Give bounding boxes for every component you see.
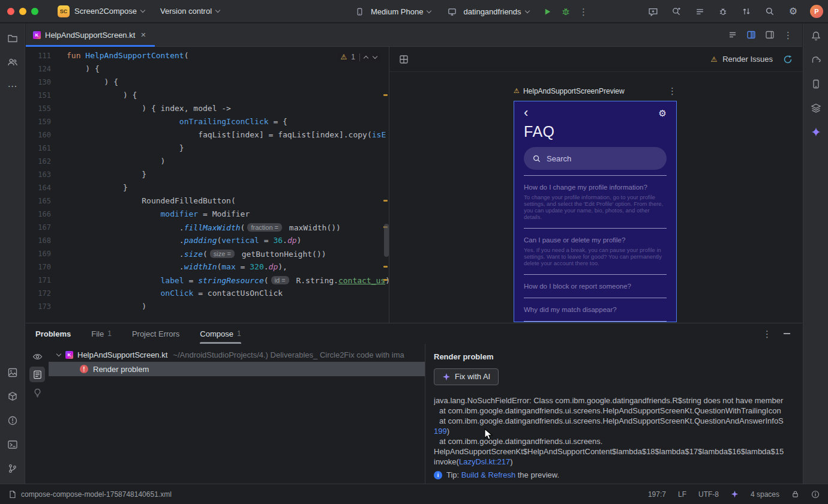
code-line[interactable]: 111fun HelpAndSupportContent(	[26, 49, 389, 62]
inspection-widget[interactable]: ⚠ 1	[337, 52, 380, 62]
more-run-options-button[interactable]: ⋮	[577, 5, 590, 18]
line-number[interactable]: 151	[26, 89, 51, 102]
panel-options-icon[interactable]: ⋮	[763, 329, 772, 338]
more-tool-windows-icon[interactable]: ⋯	[5, 79, 20, 94]
fix-with-ai-button[interactable]: Fix with AI	[434, 368, 499, 385]
tab-project-errors[interactable]: Project Errors	[132, 323, 179, 344]
debug-button[interactable]	[559, 5, 572, 18]
build-icon[interactable]	[5, 389, 20, 404]
warning-stripe-mark[interactable]	[383, 200, 388, 202]
line-number[interactable]: 130	[26, 76, 51, 89]
editor-scrollbar[interactable]	[384, 224, 389, 257]
editor-tab[interactable]: K HelpAndSupportScreen.kt ✕	[26, 23, 155, 47]
close-window-button[interactable]	[7, 8, 14, 15]
warning-stripe-mark[interactable]	[383, 94, 388, 96]
phone-preview[interactable]: ‹ ⚙ FAQ Search How do I change my profil…	[514, 101, 677, 322]
ai-debug-icon[interactable]	[716, 5, 730, 18]
info-status-icon[interactable]	[811, 490, 820, 499]
tab-file[interactable]: File 1	[91, 323, 112, 344]
code-line[interactable]: 171 label = stringResource(id = R.string…	[26, 274, 389, 287]
ai-search-icon[interactable]	[670, 5, 683, 18]
next-warning-icon[interactable]	[373, 54, 377, 59]
build-refresh-icon[interactable]	[783, 55, 793, 64]
vcs-update-icon[interactable]	[740, 5, 753, 18]
ai-chat-icon[interactable]	[646, 5, 659, 18]
tree-file-row[interactable]: K HelpAndSupportScreen.kt ~/AndroidStudi…	[49, 347, 425, 362]
line-number[interactable]: 170	[26, 260, 51, 274]
code-line[interactable]: 167 .fillMaxWidth(fraction = maxWidth())	[26, 221, 389, 234]
running-devices-icon[interactable]	[811, 79, 821, 89]
line-number[interactable]: 168	[26, 234, 51, 247]
code-line[interactable]: 124 ) {	[26, 62, 389, 76]
lock-icon[interactable]	[791, 490, 799, 498]
minimize-window-button[interactable]	[19, 8, 26, 15]
problems-panel-title[interactable]: Problems	[35, 329, 71, 338]
todo-list-icon[interactable]	[693, 5, 706, 18]
terminal-icon[interactable]	[5, 437, 20, 452]
more-icon[interactable]: ⋮	[784, 31, 793, 40]
line-number[interactable]: 166	[26, 208, 51, 221]
line-number[interactable]: 160	[26, 128, 51, 142]
stack-link[interactable]: 199	[434, 427, 447, 436]
previous-warning-icon[interactable]	[364, 56, 368, 61]
code-line[interactable]: 165 RoundedFilledButton(	[26, 194, 389, 208]
line-number[interactable]: 165	[26, 194, 51, 208]
code-line[interactable]: 166 modifier = Modifier	[26, 208, 389, 221]
editor-layout-icon[interactable]	[765, 30, 775, 40]
line-number[interactable]: 159	[26, 115, 51, 128]
code-line[interactable]: 173 )	[26, 300, 389, 313]
code-line[interactable]: 151 ) {	[26, 89, 389, 102]
code-line[interactable]: 155 ) { index, model ->	[26, 102, 389, 115]
search-everywhere-icon[interactable]	[763, 5, 776, 18]
warning-stripe-mark[interactable]	[383, 279, 388, 281]
project-folder-icon[interactable]	[5, 31, 20, 46]
code-line[interactable]: 130 ) {	[26, 76, 389, 89]
line-number[interactable]: 124	[26, 62, 51, 76]
zoom-window-button[interactable]	[31, 8, 38, 15]
editor-list-icon[interactable]	[728, 30, 737, 40]
preview-eye-icon[interactable]	[29, 349, 45, 364]
gradle-icon[interactable]	[811, 55, 821, 65]
tab-compose[interactable]: Compose 1	[200, 323, 241, 344]
gemini-icon[interactable]	[811, 127, 821, 137]
code-line[interactable]: 168 .padding(vertical = 36.dp)	[26, 234, 389, 247]
code-line[interactable]: 172 onClick = contactUsOnClick	[26, 287, 389, 300]
notifications-icon[interactable]	[811, 31, 821, 41]
commit-users-icon[interactable]	[5, 55, 20, 70]
layers-icon[interactable]	[811, 103, 821, 113]
code-line[interactable]: 170 .widthIn(max = 320.dp),	[26, 260, 389, 274]
hide-panel-icon[interactable]	[784, 333, 790, 334]
code-line[interactable]: 163 }	[26, 168, 389, 181]
chevron-down-icon[interactable]	[56, 352, 61, 356]
line-number[interactable]: 164	[26, 181, 51, 194]
close-tab-icon[interactable]: ✕	[140, 31, 146, 39]
device-selector-dropdown[interactable]: Medium Phone	[371, 0, 431, 23]
version-control-icon[interactable]	[5, 461, 20, 476]
split-editor-icon[interactable]	[746, 30, 756, 40]
app-menu-dropdown[interactable]: Screen2Compose	[74, 0, 145, 23]
code-line[interactable]: 161 }	[26, 142, 389, 155]
render-issues-label[interactable]: Render Issues	[722, 55, 773, 64]
problems-icon[interactable]	[5, 413, 20, 428]
code-line[interactable]: 164 }	[26, 181, 389, 194]
run-config-dropdown[interactable]: datingandfriends	[463, 0, 529, 23]
indent-setting[interactable]: 4 spaces	[751, 490, 779, 499]
profile-avatar[interactable]: P	[810, 5, 823, 18]
quick-fix-bulb-icon[interactable]	[29, 385, 45, 400]
resource-manager-icon[interactable]	[5, 365, 20, 380]
run-button[interactable]	[541, 5, 554, 18]
stack-link[interactable]: LazyDsl.kt:217	[459, 457, 510, 466]
line-number[interactable]: 111	[26, 49, 51, 62]
version-control-dropdown[interactable]: Version control	[160, 0, 220, 23]
settings-icon[interactable]: ⚙	[787, 5, 800, 18]
status-file-group[interactable]: compose-compose-model-1758748140651.xml	[8, 490, 172, 499]
warning-stripe-mark[interactable]	[383, 266, 388, 268]
line-number[interactable]: 172	[26, 287, 51, 300]
line-number[interactable]: 162	[26, 155, 51, 168]
line-separator[interactable]: LF	[678, 490, 686, 499]
preview-layout-icon[interactable]	[399, 55, 409, 64]
tree-problem-row[interactable]: ! Render problem	[49, 362, 425, 376]
line-number[interactable]: 167	[26, 221, 51, 234]
build-refresh-link[interactable]: Build & Refresh	[461, 470, 515, 479]
preview-menu-icon[interactable]: ⋮	[668, 86, 677, 95]
